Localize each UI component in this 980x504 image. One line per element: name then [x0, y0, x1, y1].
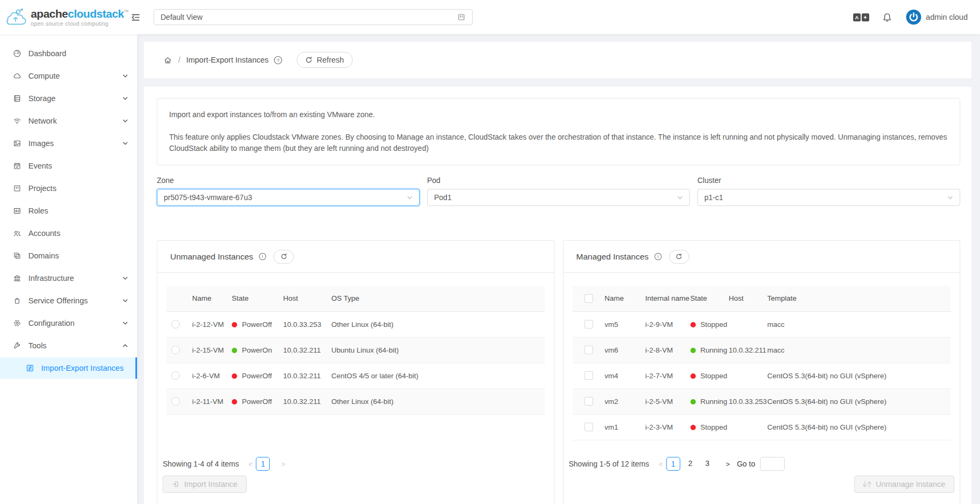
- sidebar-item-tools[interactable]: Tools: [0, 335, 137, 356]
- row-radio[interactable]: [171, 320, 180, 329]
- sidebar-item-compute[interactable]: Compute: [0, 65, 137, 87]
- template-cell: CentOS 5.3(64-bit) no GUI (vSphere): [768, 363, 951, 388]
- table-row: vm5i-2-9-VMStoppedmacc: [573, 311, 951, 337]
- svg-text:i: i: [657, 254, 658, 259]
- state-dot: [232, 348, 237, 353]
- radio-cell: [166, 363, 192, 388]
- view-switcher-select[interactable]: Default View: [154, 9, 473, 25]
- username-label[interactable]: admin cloud: [926, 13, 968, 21]
- unmanaged-instances-table: NameStateHostOS Type i-2-12-VMPowerOff10…: [166, 286, 545, 415]
- menu-fold-icon[interactable]: [131, 12, 141, 22]
- chevron-down-icon: [123, 118, 128, 124]
- pagination-next[interactable]: >: [279, 460, 287, 468]
- brand-wordmark: apachecloudstack™: [31, 8, 128, 19]
- sidebar-item-service-offerings[interactable]: Service Offerings: [0, 290, 137, 311]
- top-header: apachecloudstack™ open source cloud comp…: [0, 0, 980, 34]
- table-row: i-2-11-VMPowerOff10.0.32.211Other Linux …: [166, 388, 545, 414]
- row-checkbox[interactable]: [584, 423, 593, 431]
- user-avatar[interactable]: [906, 10, 921, 25]
- translate-icon[interactable]: A: [853, 13, 869, 21]
- row-checkbox[interactable]: [584, 397, 593, 406]
- pagination-prev[interactable]: <: [657, 460, 665, 468]
- pod-filter: Pod Pod1: [427, 176, 690, 206]
- idcard-icon: [13, 207, 21, 215]
- sidebar-item-configuration[interactable]: Configuration: [0, 312, 137, 334]
- pagination-prev[interactable]: <: [247, 460, 254, 468]
- block-icon: [13, 251, 21, 260]
- sidebar-item-import-export-instances[interactable]: Import-Export Instances: [0, 357, 137, 379]
- pagination-page-3[interactable]: 3: [701, 457, 715, 471]
- host-cell: 10.0.33.253: [729, 388, 768, 414]
- tool-icon: [13, 341, 21, 350]
- chevron-down-icon: [123, 96, 128, 101]
- row-radio[interactable]: [171, 371, 180, 380]
- setting-icon: [13, 319, 21, 327]
- sidebar-item-network[interactable]: Network: [0, 110, 137, 132]
- sidebar-item-domains[interactable]: Domains: [0, 245, 137, 266]
- description-line2: This feature only applies Cloudstack VMw…: [169, 132, 948, 154]
- state-dot: [232, 399, 237, 404]
- sidebar-item-label: Domains: [28, 251, 59, 260]
- host-cell: 10.0.32.211: [283, 388, 331, 414]
- pagination-next[interactable]: >: [724, 460, 732, 468]
- home-icon[interactable]: [163, 56, 172, 65]
- sidebar-item-storage[interactable]: Storage: [0, 88, 137, 109]
- column-header-os-type: OS Type: [331, 286, 545, 311]
- unmanaged-paging-summary: Showing 1-4 of 4 items: [163, 460, 239, 468]
- unmanaged-refresh-button[interactable]: [274, 250, 294, 264]
- unmanage-instance-label: Unmanage Instance: [876, 480, 945, 488]
- selector-column-header: [166, 286, 192, 311]
- chevron-down-icon: [123, 276, 128, 281]
- zone-filter: Zone pr5075-t943-vmware-67u3: [157, 176, 420, 206]
- refresh-button[interactable]: Refresh: [297, 52, 353, 68]
- row-radio[interactable]: [171, 346, 180, 354]
- unmanage-instance-button[interactable]: Unmanage Instance: [854, 476, 954, 493]
- column-header-host: Host: [283, 286, 331, 311]
- import-instance-button[interactable]: Import Instance: [163, 476, 247, 493]
- name-cell: vm6: [605, 337, 645, 363]
- pod-select[interactable]: Pod1: [427, 189, 690, 206]
- page-goto-input[interactable]: [760, 457, 785, 471]
- pagination-page-1[interactable]: 1: [256, 457, 270, 471]
- zone-select[interactable]: pr5075-t943-vmware-67u3: [157, 189, 420, 206]
- info-icon[interactable]: i: [259, 253, 267, 261]
- column-header-host: Host: [729, 286, 768, 311]
- row-checkbox[interactable]: [584, 371, 593, 380]
- sidebar-item-images[interactable]: Images: [0, 133, 137, 154]
- sidebar-item-label: Import-Export Instances: [41, 364, 124, 372]
- managed-refresh-button[interactable]: [669, 250, 689, 264]
- row-checkbox[interactable]: [584, 320, 593, 329]
- reload-icon: [305, 56, 313, 64]
- column-header-template: Template: [768, 286, 951, 311]
- chevron-down-icon: [123, 298, 128, 303]
- cluster-select[interactable]: p1-c1: [697, 189, 960, 206]
- state-cell: PowerOff: [232, 388, 283, 414]
- sidebar-item-dashboard[interactable]: Dashboard: [0, 43, 137, 64]
- help-question-icon[interactable]: ?: [274, 56, 283, 65]
- sidebar-item-roles[interactable]: Roles: [0, 200, 137, 222]
- chevron-down-icon: [947, 195, 953, 201]
- bank-icon: [13, 274, 21, 282]
- zone-label: Zone: [157, 176, 420, 185]
- row-checkbox[interactable]: [584, 346, 593, 354]
- sidebar-item-label: Dashboard: [28, 49, 66, 58]
- pod-label: Pod: [427, 176, 690, 185]
- select-all-checkbox[interactable]: [584, 294, 593, 303]
- column-header-state: State: [690, 286, 729, 311]
- checkbox-cell: [573, 311, 605, 337]
- state-label: PowerOff: [242, 398, 272, 406]
- sidebar-item-projects[interactable]: Projects: [0, 178, 137, 199]
- row-radio[interactable]: [171, 397, 180, 406]
- import-export-card: Import and export instances to/from an e…: [144, 87, 971, 504]
- table-header-row: NameInternal nameStateHostTemplate: [573, 286, 951, 311]
- sidebar-item-infrastructure[interactable]: Infrastructure: [0, 268, 137, 289]
- sidebar-item-events[interactable]: Events: [0, 155, 137, 177]
- pagination-page-2[interactable]: 2: [683, 457, 697, 471]
- sidebar-item-label: Tools: [28, 341, 47, 350]
- name-cell: vm5: [605, 311, 645, 337]
- sidebar-item-accounts[interactable]: Accounts: [0, 223, 137, 244]
- notifications-bell-icon[interactable]: [882, 12, 892, 22]
- radio-cell: [166, 388, 192, 414]
- info-icon[interactable]: i: [654, 253, 662, 261]
- pagination-page-1[interactable]: 1: [666, 457, 680, 471]
